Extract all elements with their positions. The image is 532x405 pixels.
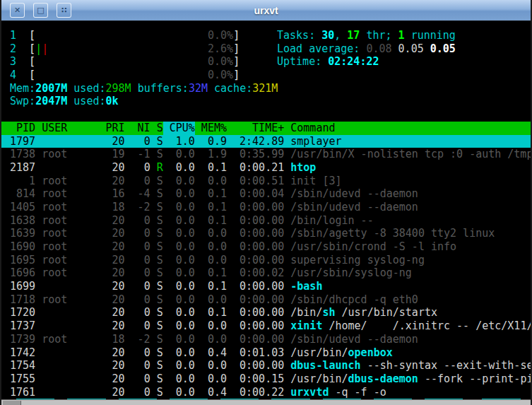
info-block: Tasks: 30, 17 thr; 1 running Load averag… bbox=[277, 29, 456, 69]
maximize-button-icon[interactable]: □ bbox=[33, 3, 48, 18]
uptime: Uptime: 02:24:22 bbox=[277, 55, 456, 69]
memory-meter: Mem:2007M used:298M buffers:32M cache:32… bbox=[1, 82, 531, 95]
table-row[interactable]: 1639root200S0.00.00:00.00/sbin/agetty -8… bbox=[1, 227, 531, 240]
table-row[interactable]: 1720200S0.00.10:00.00/bin/sh /usr/bin/st… bbox=[1, 306, 531, 319]
table-row[interactable]: 1797200S1.00.92:42.89smplayer bbox=[1, 135, 531, 148]
htop-screen: 1 [ 0.0%] 2 [|| 2.6%] 3 [ 0.0%] 4 [ 0.0%… bbox=[1, 21, 531, 399]
column-header-ni[interactable]: NI bbox=[125, 122, 150, 135]
process-table: 1797200S1.00.92:42.89smplayer1738root19-… bbox=[1, 135, 531, 399]
column-header-pid[interactable]: PID bbox=[4, 122, 35, 135]
column-header-user[interactable]: USER bbox=[35, 122, 99, 135]
table-row[interactable]: 1739root18-2S0.00.00:00.00/sbin/udevd --… bbox=[1, 333, 531, 346]
table-row[interactable]: 1690root200S0.00.00:00.00/usr/sbin/crond… bbox=[1, 240, 531, 254]
scrollbar-thumb[interactable] bbox=[3, 401, 21, 405]
column-header-s[interactable]: S bbox=[150, 122, 163, 135]
table-row[interactable]: 1738root19-1S0.01.90:35.99/usr/bin/X -no… bbox=[1, 148, 531, 161]
table-row[interactable]: 814root16-4S0.00.10:00.04/sbin/udevd --d… bbox=[1, 187, 531, 201]
table-row[interactable]: 1699200S0.00.10:00.00-bash bbox=[1, 280, 531, 293]
column-header-cpu[interactable]: CPU% bbox=[163, 122, 195, 135]
column-header-cmd[interactable]: Command bbox=[284, 122, 531, 135]
window-title: urxvt bbox=[1, 5, 531, 16]
table-row[interactable]: 1638root200S0.00.10:00.00/bin/login -- bbox=[1, 214, 531, 228]
close-button-icon[interactable]: ✕ bbox=[10, 3, 25, 18]
tasks-summary: Tasks: 30, 17 thr; 1 running bbox=[277, 29, 456, 42]
blank-line bbox=[1, 108, 531, 122]
table-row[interactable]: 1695root200S0.00.00:00.00supervising sys… bbox=[1, 254, 531, 267]
table-row[interactable]: 1742200S0.00.40:01.03/usr/bin/openbox bbox=[1, 346, 531, 360]
table-row[interactable]: 1root200S0.00.00:00.51init [3] bbox=[1, 175, 531, 188]
column-header-time[interactable]: TIME+ bbox=[227, 122, 284, 135]
table-row[interactable]: 1737200S0.00.00:00.00xinit /home/ /.xini… bbox=[1, 319, 531, 333]
terminal-window: ✕□∷ urxvt 1 [ 0.0%] 2 [|| 2.6%] 3 [ 0.0%… bbox=[0, 0, 532, 405]
table-row[interactable]: 2187200R0.00.10:00.21htop bbox=[1, 161, 531, 175]
table-row[interactable]: 1755200S0.00.00:00.15/usr/bin/dbus-daemo… bbox=[1, 372, 531, 386]
meters-section: 1 [ 0.0%] 2 [|| 2.6%] 3 [ 0.0%] 4 [ 0.0%… bbox=[1, 29, 531, 108]
table-row[interactable]: 1718root200S0.00.00:00.00/sbin/dhcpcd -q… bbox=[1, 293, 531, 307]
process-table-header: PIDUSERPRINISCPU%MEM%TIME+Command bbox=[1, 122, 531, 135]
table-row[interactable]: 1696root200S0.00.10:00.02/usr/sbin/syslo… bbox=[1, 266, 531, 280]
swap-meter: Swp:2047M used:0k bbox=[1, 95, 531, 108]
window-controls: ✕□∷ bbox=[10, 3, 71, 18]
cpu-meter: 4 [ 0.0%] bbox=[1, 69, 531, 82]
menu-button-icon[interactable]: ∷ bbox=[57, 3, 71, 18]
column-header-mem[interactable]: MEM% bbox=[195, 122, 227, 135]
title-bar[interactable]: ✕□∷ urxvt bbox=[1, 0, 531, 21]
column-header-pri[interactable]: PRI bbox=[99, 122, 124, 135]
table-row[interactable]: 1761200S0.00.40:00.22urxvtd -q -f -o bbox=[1, 386, 531, 399]
table-row[interactable]: 1754200S0.00.00:00.00dbus-launch --sh-sy… bbox=[1, 359, 531, 372]
load-average: Load average: 0.08 0.05 0.05 bbox=[277, 42, 456, 56]
bottom-scrollbar[interactable] bbox=[1, 399, 531, 405]
table-row[interactable]: 1405root18-2S0.00.10:00.00/sbin/udevd --… bbox=[1, 201, 531, 214]
